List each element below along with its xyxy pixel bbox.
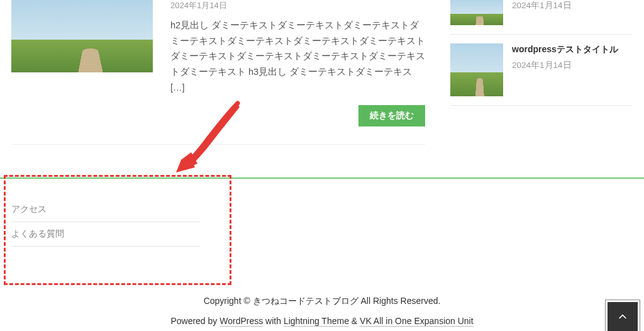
sidebar-post-item[interactable]: wordpressテストタイトル 2024年1月14日 bbox=[450, 43, 633, 106]
chevron-up-icon bbox=[618, 312, 628, 322]
vk-unit-link[interactable]: VK All in One Expansion Unit bbox=[360, 316, 474, 327]
footer-menu: アクセス よくある質問 bbox=[11, 198, 200, 247]
article-thumbnail[interactable] bbox=[11, 0, 153, 72]
powered-with: with bbox=[263, 316, 284, 326]
sidebar-thumbnail[interactable] bbox=[450, 43, 503, 96]
read-more-button[interactable]: 続きを読む bbox=[358, 105, 425, 126]
sidebar-post-date: 2024年1月14日 bbox=[512, 0, 633, 11]
sidebar-post-item[interactable]: 2024年1月14日 bbox=[450, 0, 633, 35]
powered-amp: & bbox=[349, 316, 360, 326]
footer-menu-item-faq[interactable]: よくある質問 bbox=[11, 222, 200, 247]
sidebar-post-title[interactable]: wordpressテストタイトル bbox=[512, 43, 633, 56]
article-body: 2024年1月14日 h2見出し ダミーテキストダミーテキストダミーテキストダミ… bbox=[170, 0, 425, 126]
wordpress-link[interactable]: WordPress bbox=[219, 316, 263, 327]
sidebar-thumbnail[interactable] bbox=[450, 0, 503, 25]
copyright-text: Copyright © きつねコードテストブログ All Rights Rese… bbox=[0, 296, 644, 307]
article-excerpt: h2見出し ダミーテキストダミーテキストダミーテキストダミーテキストダミーテキス… bbox=[170, 18, 425, 95]
powered-by-text: Powered by WordPress with Lightning Them… bbox=[0, 316, 644, 326]
scroll-to-top-button[interactable] bbox=[608, 302, 638, 331]
sidebar-post-date: 2024年1月14日 bbox=[512, 60, 633, 71]
lightning-theme-link[interactable]: Lightning Theme bbox=[284, 316, 349, 327]
footer-widget-area: アクセス よくある質問 bbox=[0, 179, 644, 291]
article-date: 2024年1月14日 bbox=[170, 0, 425, 11]
powered-prefix: Powered by bbox=[170, 316, 219, 326]
article-card[interactable]: 2024年1月14日 h2見出し ダミーテキストダミーテキストダミーテキストダミ… bbox=[11, 0, 425, 145]
main-content: 2024年1月14日 h2見出し ダミーテキストダミーテキストダミーテキストダミ… bbox=[11, 0, 425, 145]
sidebar: 2024年1月14日 wordpressテストタイトル 2024年1月14日 bbox=[450, 0, 633, 145]
footer-copyright-area: Copyright © きつねコードテストブログ All Rights Rese… bbox=[0, 291, 644, 331]
footer-menu-item-access[interactable]: アクセス bbox=[11, 198, 200, 222]
